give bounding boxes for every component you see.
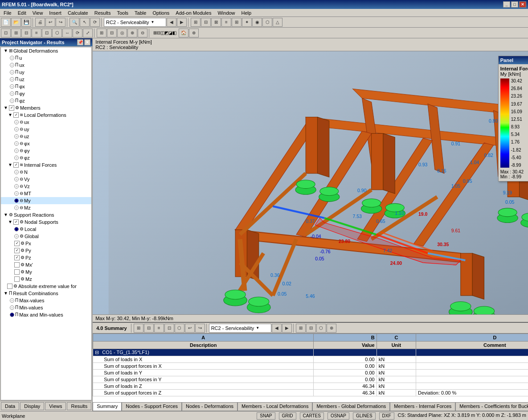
tb2-14[interactable]: ⊖	[138, 29, 147, 37]
tb2-6[interactable]: ⬡	[52, 29, 62, 37]
tb2-13[interactable]: ⊕	[127, 29, 137, 37]
tab-members-buckling[interactable]: Members - Coefficients for Buckling	[455, 402, 528, 411]
radio-local[interactable]: ●	[14, 227, 19, 231]
tb-undo[interactable]: ↩	[45, 18, 55, 27]
bt-3[interactable]: ≡	[154, 324, 164, 333]
cb-Mz2[interactable]	[14, 276, 20, 282]
tb-prev[interactable]: ◀	[167, 18, 176, 27]
tree-N[interactable]: ○ ⊖ N	[1, 169, 91, 176]
radio-max[interactable]: ○	[10, 298, 14, 303]
cb-local-def[interactable]: ✓	[13, 112, 19, 118]
menu-results[interactable]: Results	[92, 10, 114, 16]
bt-prev[interactable]: ◀	[272, 324, 282, 333]
radio-maxmin[interactable]: ●	[10, 313, 14, 317]
tree-view[interactable]: ▼ ⊞ Global Deformations ○ Π u ○ Π ux ○ Π…	[0, 47, 92, 400]
tree-MT[interactable]: ○ ⊖ MT	[1, 190, 91, 197]
bt-2[interactable]: ⊟	[144, 324, 154, 333]
menu-table[interactable]: Table	[132, 10, 149, 16]
table-row[interactable]: Sum of support forces in Y 0.00 kN	[93, 376, 528, 383]
tree-global-deformations[interactable]: ▼ ⊞ Global Deformations	[1, 47, 91, 54]
cartes-btn[interactable]: CARTES	[300, 412, 324, 420]
tree-My[interactable]: ● ⊖ My	[1, 197, 91, 204]
tree-loc-phiz[interactable]: ○ ⊖ φz	[1, 154, 91, 161]
radio-loc-uz[interactable]: ○	[14, 134, 19, 139]
tb2-7[interactable]: ↔	[62, 29, 72, 37]
radio-My[interactable]: ●	[14, 198, 19, 203]
tb-tool1[interactable]: ⊞	[191, 18, 201, 27]
close-button[interactable]: ✕	[519, 1, 526, 8]
tab-nodes-deform[interactable]: Nodes - Deformations	[182, 402, 237, 411]
tb-tool5[interactable]: ⊞	[232, 18, 241, 27]
radio-Mz[interactable]: ○	[14, 206, 19, 210]
tb2-1[interactable]: ⊡	[1, 29, 11, 37]
tb-tool7[interactable]: ◉	[252, 18, 262, 27]
tb2-9[interactable]: ⤢	[83, 29, 93, 37]
menu-insert[interactable]: Insert	[46, 10, 64, 16]
cb-internal[interactable]: ✓	[13, 162, 19, 168]
tb-tool9[interactable]: △	[273, 18, 282, 27]
cb-Mxp[interactable]	[14, 262, 20, 268]
tree-loc-phiy[interactable]: ○ ⊖ φy	[1, 147, 91, 154]
tb2-12[interactable]: ◎	[117, 29, 127, 37]
viewport-canvas[interactable]: 0.30 0.28 0.80 0.16 0.71 4.15 8.99 0.91 …	[93, 51, 528, 314]
bt-1[interactable]: ⊞	[134, 324, 143, 333]
radio-loc-phiy[interactable]: ○	[14, 148, 19, 153]
radio-uz[interactable]: ○	[10, 77, 14, 82]
tree-Mz2[interactable]: ⚙ Mz	[1, 276, 91, 283]
tab-nodes-support[interactable]: Nodes - Support Forces	[122, 402, 182, 411]
tree-min-values[interactable]: ○ Π Min-values	[1, 304, 91, 311]
load-case-dropdown[interactable]: RC2 - Serviceability ▼	[104, 18, 166, 27]
bt-export[interactable]: ⬡	[316, 324, 326, 333]
table-row[interactable]: ⊟ CO1 - TG_(1.35*LF1)	[93, 349, 528, 356]
radio-loc-phix[interactable]: ○	[14, 141, 19, 146]
tab-views[interactable]: Views	[45, 402, 66, 410]
tree-ux[interactable]: ○ Π ux	[1, 62, 91, 69]
tab-results[interactable]: Results	[67, 402, 91, 410]
bt-paste[interactable]: ⊟	[306, 324, 316, 333]
panel-close-btn[interactable]: ✕	[84, 39, 90, 45]
bt-next[interactable]: ▶	[282, 324, 292, 333]
tb-open[interactable]: 📂	[11, 18, 21, 27]
cb-nodal[interactable]: ✓	[13, 219, 19, 225]
bottom-dropdown[interactable]: RC2 - Serviceability ▼	[209, 324, 271, 333]
table-row[interactable]: Sum of loads in Y 0.00 kN	[93, 370, 528, 376]
tb-redo[interactable]: ↪	[56, 18, 65, 27]
menu-file[interactable]: File	[1, 10, 14, 16]
radio-Vz[interactable]: ○	[14, 184, 19, 189]
tree-max-values[interactable]: ○ Π Max-values	[1, 297, 91, 304]
bt-copy[interactable]: ⊞	[296, 324, 306, 333]
radio-phiy[interactable]: ○	[10, 91, 14, 96]
radio-phiz[interactable]: ○	[10, 99, 14, 103]
tree-local-def[interactable]: ▼ ✓ ≋ Local Deformations	[1, 111, 91, 119]
data-table[interactable]: A B C D Description Value Unit Comment	[93, 334, 528, 402]
tb2-2[interactable]: ⊞	[11, 29, 21, 37]
tb-tool4[interactable]: ≡	[221, 18, 231, 27]
tree-phiy[interactable]: ○ Π φy	[1, 90, 91, 97]
minimize-button[interactable]: _	[503, 1, 510, 8]
cb-abs[interactable]	[7, 284, 12, 289]
radio-u[interactable]: ○	[10, 56, 14, 60]
radio-N[interactable]: ○	[14, 170, 19, 174]
radio-phix[interactable]: ○	[10, 84, 14, 89]
tree-result-combos[interactable]: ▼ Π Result Combinations	[1, 290, 91, 297]
tree-phiz[interactable]: ○ Π φz	[1, 97, 91, 104]
bt-print2[interactable]: ⊕	[327, 324, 336, 333]
bt-6[interactable]: ↩	[185, 324, 195, 333]
tab-members-global[interactable]: Members - Global Deformations	[312, 402, 390, 411]
tree-max-min-values[interactable]: ● Π Max and Min-values	[1, 311, 91, 318]
menu-tools[interactable]: Tools	[114, 10, 131, 16]
tb2-15[interactable]: 🏠	[179, 29, 188, 37]
menu-options[interactable]: Options	[150, 10, 172, 16]
tb-new[interactable]: 📄	[1, 18, 11, 27]
tree-Px[interactable]: ✓ ⚙ Px	[1, 240, 91, 247]
table-row[interactable]: Sum of support forces in X 0.00 kN	[93, 363, 528, 370]
bt-7[interactable]: ↪	[195, 324, 205, 333]
tree-nodal-supports[interactable]: ▼ ✓ ⚙ Nodal Supports	[1, 218, 91, 226]
tree-Pz[interactable]: ✓ ⚙ Pz	[1, 254, 91, 261]
snap-btn[interactable]: SNAP	[257, 412, 275, 420]
radio-loc-ux[interactable]: ○	[14, 120, 19, 124]
radio-global[interactable]: ○	[14, 234, 19, 239]
menu-edit[interactable]: Edit	[15, 10, 29, 16]
tb-tool2[interactable]: ⊟	[201, 18, 211, 27]
tree-local[interactable]: ● ⚙ Local	[1, 226, 91, 233]
